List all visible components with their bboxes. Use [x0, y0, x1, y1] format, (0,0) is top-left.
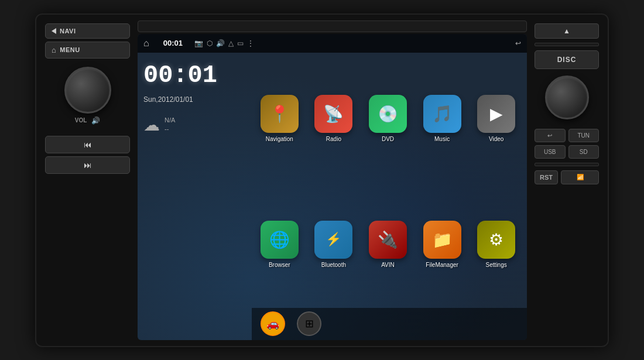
card-slot — [535, 163, 599, 166]
navigation-label: Navigation — [266, 136, 293, 142]
settings-icon: ⚙ — [477, 221, 515, 259]
left-panel: NAVI ⌂ MENU VOL 🔊 ⏮ ⏭ — [42, 20, 133, 340]
navigation-icon: 📍 — [261, 95, 299, 133]
navi-icon — [52, 28, 56, 34]
right-row-2: USB SD — [535, 145, 599, 159]
home-icon[interactable]: ⌂ — [143, 38, 149, 49]
car-head-unit: NAVI ⌂ MENU VOL 🔊 ⏮ ⏭ ⌂ 00:01 — [35, 13, 609, 347]
app-item-settings[interactable]: ⚙ Settings — [471, 184, 521, 305]
main-screen: ⌂ 00:01 📷 ⬡ 🔊 △ ▭ ⋮ ↩ 00:01 — [138, 34, 527, 340]
media-buttons: ⏮ ⏭ — [45, 136, 130, 174]
tun-button[interactable]: TUN — [568, 129, 600, 142]
bottom-dock: 🚗 ⊞ — [252, 308, 527, 340]
left-info-panel: 00:01 Sun,2012/01/01 ☁ N/A -- — [138, 53, 252, 340]
app-item-music[interactable]: 🎵 Music — [417, 59, 467, 180]
menu-label: MENU — [60, 46, 80, 53]
video-icon: ▶ — [477, 95, 515, 133]
filemanager-icon: 📁 — [423, 221, 461, 259]
right-buttons: ↩ TUN USB SD RST 📶 — [535, 129, 599, 184]
bluetooth-label: Bluetooth — [321, 262, 346, 268]
sd-button[interactable]: SD — [568, 145, 600, 159]
browser-icon: 🌐 — [261, 221, 299, 259]
weather-desc: -- — [165, 125, 175, 133]
screen-wrapper: ⌂ 00:01 📷 ⬡ 🔊 △ ▭ ⋮ ↩ 00:01 — [138, 20, 527, 340]
dock-car-item[interactable]: 🚗 — [261, 311, 285, 336]
avin-label: AVIN — [381, 262, 395, 268]
app-item-filemanager[interactable]: 📁 FileManager — [417, 184, 467, 305]
navi-label: NAVI — [60, 28, 76, 35]
status-right: ↩ — [515, 39, 521, 47]
back-button[interactable]: ↩ — [535, 129, 566, 142]
signal-status-icon: ⬡ — [207, 39, 213, 47]
prev-button[interactable]: ⏮ — [45, 136, 130, 153]
screen-status-icon: ▭ — [237, 39, 244, 47]
clock-display: 00:01 — [143, 61, 246, 90]
music-icon: 🎵 — [423, 95, 461, 133]
camera-status-icon: 📷 — [194, 39, 203, 47]
right-row-1: ↩ TUN — [535, 129, 599, 142]
menu-icon: ⌂ — [52, 46, 56, 54]
navi-button[interactable]: NAVI — [45, 23, 130, 39]
right-panel: ▲ DISC ↩ TUN USB SD RST 📶 — [532, 20, 602, 340]
left-top-buttons: NAVI ⌂ MENU — [45, 23, 130, 59]
radio-label: Radio — [326, 136, 341, 142]
date-display: Sun,2012/01/01 — [143, 95, 246, 104]
disc-slot — [535, 43, 599, 46]
wifi-button[interactable]: 📶 — [561, 170, 599, 184]
browser-label: Browser — [269, 262, 290, 268]
weather-widget: ☁ N/A -- — [143, 115, 246, 135]
back-status-icon: ↩ — [515, 39, 521, 47]
right-knob-area — [535, 76, 599, 119]
app-item-dvd[interactable]: 💿 DVD — [363, 59, 413, 180]
status-time: 00:01 — [163, 39, 183, 47]
volume-knob[interactable] — [64, 67, 111, 114]
disc-slot-top — [138, 20, 527, 32]
app-item-video[interactable]: ▶ Video — [471, 59, 521, 180]
disc-status-icon: △ — [228, 39, 234, 47]
avin-icon: 🔌 — [369, 221, 407, 259]
audio-status-icon: 🔊 — [216, 39, 225, 47]
dvd-icon: 💿 — [369, 95, 407, 133]
app-item-browser[interactable]: 🌐 Browser — [255, 184, 304, 305]
weather-temp: N/A — [165, 116, 175, 125]
speaker-icon: 🔊 — [91, 116, 100, 125]
right-row-3: RST 📶 — [535, 170, 599, 184]
settings-label: Settings — [486, 262, 507, 268]
radio-icon: 📡 — [314, 95, 352, 133]
app-item-navigation[interactable]: 📍 Navigation — [255, 59, 304, 180]
app-grid: 📍 Navigation 📡 Radio 💿 DVD 🎵 Music — [252, 53, 527, 340]
cloud-icon: ☁ — [143, 115, 160, 135]
menu-button[interactable]: ⌂ MENU — [45, 42, 130, 59]
eject-button[interactable]: ▲ — [535, 23, 599, 39]
tuning-knob[interactable] — [545, 76, 589, 119]
rst-button[interactable]: RST — [535, 170, 558, 184]
app-item-bluetooth[interactable]: ⚡ Bluetooth — [309, 184, 359, 305]
more-status-icon: ⋮ — [247, 39, 254, 47]
app-item-avin[interactable]: 🔌 AVIN — [363, 184, 413, 305]
status-bar: ⌂ 00:01 📷 ⬡ 🔊 △ ▭ ⋮ ↩ — [138, 34, 527, 53]
next-button[interactable]: ⏭ — [45, 156, 130, 174]
video-label: Video — [489, 136, 503, 142]
music-label: Music — [434, 136, 450, 142]
vol-label: VOL — [75, 117, 87, 124]
right-top-buttons: ▲ DISC — [535, 23, 599, 69]
dock-grid-item[interactable]: ⊞ — [297, 311, 321, 336]
usb-button[interactable]: USB — [535, 145, 566, 159]
dvd-label: DVD — [382, 136, 394, 142]
weather-info: N/A -- — [165, 116, 175, 134]
bluetooth-icon: ⚡ — [314, 221, 352, 259]
left-knob-area: VOL 🔊 — [45, 67, 130, 125]
filemanager-label: FileManager — [426, 262, 458, 268]
app-item-radio[interactable]: 📡 Radio — [309, 59, 359, 180]
disc-button[interactable]: DISC — [535, 50, 599, 69]
vol-controls: VOL 🔊 — [75, 116, 101, 125]
status-icons: 📷 ⬡ 🔊 △ ▭ ⋮ — [194, 39, 254, 47]
screen-content: 00:01 Sun,2012/01/01 ☁ N/A -- 📍 — [138, 53, 527, 340]
